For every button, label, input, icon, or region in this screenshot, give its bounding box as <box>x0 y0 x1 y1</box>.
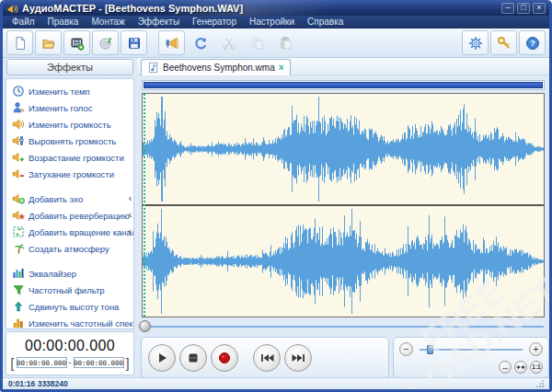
menu-effects[interactable]: Эффекты <box>132 16 185 29</box>
record-transport-button[interactable] <box>211 344 238 372</box>
fit-width-icon: ↔ <box>501 363 510 372</box>
minimize-button[interactable]: – <box>501 3 514 14</box>
menu-file[interactable]: Файл <box>6 16 40 29</box>
zoom-panel: − + ↔ 1:1 <box>393 337 549 378</box>
clock-icon <box>12 85 25 98</box>
content-area: Эффекты Изменить темп Изменить гол <box>3 58 549 380</box>
playback-cursor[interactable] <box>144 94 145 317</box>
effect-volume-fade[interactable]: Затухание громкости <box>9 166 133 182</box>
tab-strip: Beethovens Symphon.wma × <box>137 58 549 75</box>
skip-end-icon <box>292 352 305 363</box>
effect-add-reverb[interactable]: Добавить реверберацию ‹ <box>9 207 133 224</box>
effect-change-spectrum[interactable]: Изменить частотный спектр <box>9 315 133 329</box>
license-key-button[interactable] <box>490 30 517 55</box>
reverb-icon <box>12 209 25 222</box>
play-button[interactable] <box>148 344 176 372</box>
record-button[interactable] <box>158 30 185 55</box>
seek-slider[interactable] <box>139 320 547 333</box>
help-icon: ? <box>525 36 540 51</box>
maximize-button[interactable]: □ <box>517 3 530 14</box>
voice-icon <box>12 101 25 114</box>
title-bar[interactable]: АудиоМАСТЕР - [Beethovens Symphon.WAV] –… <box>3 0 549 16</box>
effect-normalize-volume[interactable]: Выровнять громкость <box>9 133 133 149</box>
help-button[interactable]: ? <box>519 30 546 55</box>
menu-help[interactable]: Справка <box>302 16 349 29</box>
fit-selection-button[interactable] <box>514 361 527 374</box>
undo-button[interactable] <box>187 30 213 55</box>
copy-button[interactable] <box>244 30 270 55</box>
submenu-arrow-icon[interactable]: ‹ <box>129 194 132 203</box>
effect-equalizer[interactable]: Эквалайзер <box>9 265 133 282</box>
resize-grip-icon[interactable] <box>536 380 544 387</box>
save-file-button[interactable] <box>121 30 147 55</box>
effect-volume-rise[interactable]: Возрастание громкости <box>9 149 133 166</box>
effect-add-channel-rotation[interactable]: Добавить вращение каналов ‹ <box>9 224 133 240</box>
zoom-in-button[interactable]: + <box>529 342 543 356</box>
import-video-button[interactable] <box>63 30 90 55</box>
overview-bar[interactable] <box>142 80 545 90</box>
stop-button[interactable] <box>179 344 207 372</box>
floppy-disk-icon <box>127 36 142 51</box>
effect-add-echo[interactable]: Добавить эхо ‹ <box>9 190 133 207</box>
volume-icon <box>12 118 25 131</box>
selection-start-field[interactable]: 00:00:00.000 <box>17 357 67 368</box>
effect-frequency-filter[interactable]: Частотный фильтр <box>9 282 133 298</box>
fit-to-window-button[interactable]: ↔ <box>499 361 512 374</box>
submenu-arrow-icon[interactable]: ‹ <box>129 211 132 220</box>
paste-button[interactable] <box>272 30 299 55</box>
zoom-out-button[interactable]: − <box>399 342 413 356</box>
effect-change-tempo[interactable]: Изменить темп <box>9 83 133 99</box>
skip-to-end-button[interactable] <box>284 344 312 372</box>
waveform-display[interactable] <box>142 93 545 317</box>
menu-settings[interactable]: Настройки <box>244 16 300 29</box>
cut-button[interactable] <box>215 30 242 55</box>
one-to-one-scale-button[interactable]: 1:1 <box>530 361 543 374</box>
effect-create-atmosphere[interactable]: Создать атмосферу <box>9 240 133 257</box>
app-logo-icon <box>6 2 18 14</box>
normalize-volume-icon <box>12 134 25 147</box>
new-file-button[interactable] <box>6 30 33 55</box>
effect-pitch-shift[interactable]: Сдвинуть высоту тона <box>9 298 133 315</box>
open-cd-button[interactable] <box>92 30 119 55</box>
status-text: 0:01:16 3338240 <box>8 379 68 388</box>
submenu-arrow-icon[interactable]: ‹ <box>129 227 132 236</box>
audio-file-icon <box>147 62 159 74</box>
zoom-slider-track[interactable] <box>420 349 523 351</box>
new-file-icon <box>13 36 28 51</box>
effect-change-volume[interactable]: Изменить громкость <box>9 116 133 133</box>
waveform-channel-left[interactable] <box>143 94 544 204</box>
menu-bar: Файл Правка Монтаж Эффекты Генератор Нас… <box>3 16 549 29</box>
key-icon <box>497 36 512 51</box>
selection-bracket-open: [ <box>10 356 14 370</box>
zoom-slider-knob[interactable] <box>427 345 433 354</box>
effects-header[interactable]: Эффекты <box>6 59 133 75</box>
tab-beethovens-symphon[interactable]: Beethovens Symphon.wma × <box>141 59 291 75</box>
tab-close-icon[interactable]: × <box>279 63 284 73</box>
menu-generator[interactable]: Генератор <box>187 16 242 29</box>
menu-montage[interactable]: Монтаж <box>86 16 130 29</box>
record-icon <box>218 352 231 364</box>
copy-icon <box>250 36 265 51</box>
effect-change-voice[interactable]: Изменить голос <box>9 99 133 116</box>
skip-to-start-button[interactable] <box>253 344 281 372</box>
echo-icon <box>12 192 25 205</box>
selection-end-field[interactable]: 00:00:00.000 <box>74 357 124 368</box>
stop-icon <box>188 352 199 363</box>
channel-divider <box>143 204 544 206</box>
effects-list: Изменить темп Изменить голос Изме <box>6 78 134 329</box>
skip-start-icon <box>260 352 274 363</box>
seek-track[interactable] <box>144 326 544 328</box>
editor-area: Beethovens Symphon.wma × <box>137 58 549 380</box>
menu-edit[interactable]: Правка <box>42 16 85 29</box>
waveform-channel-right[interactable] <box>143 206 544 317</box>
play-icon <box>155 352 168 364</box>
record-microphone-icon <box>165 36 179 51</box>
settings-button[interactable] <box>462 30 489 55</box>
equalizer-icon <box>12 267 25 280</box>
open-file-button[interactable] <box>35 30 62 55</box>
seek-knob[interactable] <box>139 320 151 332</box>
frequency-filter-icon <box>12 283 25 296</box>
toolbar: ? <box>3 29 549 58</box>
gear-icon <box>468 36 483 51</box>
close-button[interactable]: × <box>533 3 546 14</box>
